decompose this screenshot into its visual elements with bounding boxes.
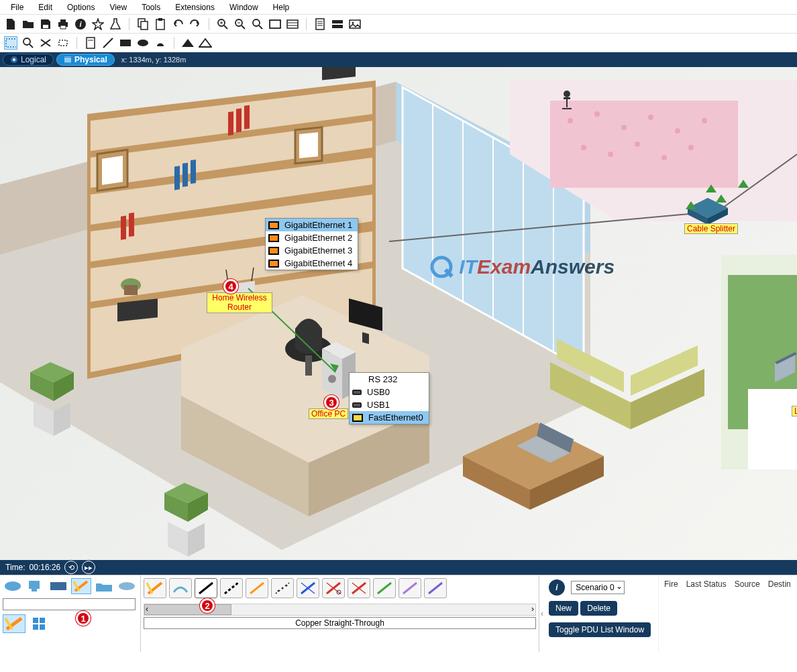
cable-splitter-label[interactable]: Cable Splitter [684, 223, 738, 234]
info-icon[interactable]: i [74, 17, 87, 31]
port-gigabitethernet-2[interactable]: GigabitEthernet 2 [266, 231, 358, 244]
menu-file[interactable]: File [4, 1, 30, 13]
port-fastethernet0[interactable]: FastEthernet0 [350, 411, 429, 424]
cable-copper-straight-icon[interactable] [195, 578, 217, 598]
menu-help[interactable]: Help [266, 1, 297, 13]
menu-tools[interactable]: Tools [135, 1, 167, 13]
draw-table-icon[interactable] [286, 17, 299, 31]
menu-window[interactable]: Window [223, 1, 265, 13]
zoom-out-icon[interactable] [233, 17, 247, 31]
menu-view[interactable]: View [103, 1, 134, 13]
cable-octal-icon[interactable] [373, 578, 396, 598]
physical-view-tab[interactable]: Physical [56, 54, 115, 66]
inspect-tool-icon[interactable] [21, 36, 35, 50]
pdu-col-last-status[interactable]: Last Status [682, 578, 731, 590]
toggle-pdu-list-button[interactable]: Toggle PDU List Window [549, 622, 651, 637]
zoom-reset-icon[interactable] [251, 17, 264, 31]
scrollbar-thumb[interactable] [144, 604, 231, 615]
device-search-input[interactable] [3, 598, 136, 610]
structured-cabling-icon[interactable] [30, 614, 48, 633]
connections-subcategory-icon[interactable] [3, 614, 25, 633]
cable-console-icon[interactable] [169, 578, 192, 598]
line-tool-icon[interactable] [101, 36, 115, 50]
end-devices-category-icon[interactable] [25, 578, 46, 594]
room-illustration [0, 67, 797, 560]
activity-wizard-icon[interactable] [91, 17, 105, 31]
svg-rect-94 [102, 156, 123, 184]
notepad-icon[interactable] [313, 17, 327, 31]
zoom-in-icon[interactable] [216, 17, 229, 31]
svg-rect-87 [191, 160, 196, 184]
svg-line-164 [429, 583, 442, 594]
scroll-right-icon[interactable]: › [531, 604, 534, 614]
cable-copper-cross-icon[interactable] [220, 578, 243, 598]
cable-phone-icon[interactable] [271, 578, 294, 598]
select-tool-icon[interactable] [4, 36, 17, 50]
scenario-select[interactable]: Scenario 0 [571, 581, 624, 594]
cable-serial-dte-icon[interactable] [348, 578, 370, 598]
office-pc-label[interactable]: Office PC [309, 408, 348, 419]
physical-workspace[interactable]: Home Wireless Router Office PC Cable Spl… [0, 67, 797, 560]
pdu-col-destination[interactable]: Destin [764, 578, 795, 590]
home-wireless-router-label[interactable]: Home Wireless Router [207, 292, 272, 313]
collapse-handle-icon[interactable]: ‹ [539, 609, 545, 618]
scroll-left-icon[interactable]: ‹ [146, 604, 148, 614]
pdu-col-source[interactable]: Source [731, 578, 764, 590]
draw-rect-icon[interactable] [268, 17, 282, 31]
cable-iot-icon[interactable] [398, 578, 421, 598]
miscellaneous-category-icon[interactable] [94, 578, 114, 594]
laptop-label[interactable]: L [792, 406, 797, 416]
svg-rect-38 [120, 40, 131, 46]
complex-pdu-icon[interactable] [199, 36, 212, 50]
cable-auto-icon[interactable] [144, 578, 166, 598]
new-file-icon[interactable] [4, 17, 17, 31]
copy-icon[interactable] [136, 17, 150, 31]
logical-view-tab[interactable]: Logical [3, 54, 54, 66]
redo-icon[interactable] [189, 17, 202, 31]
cable-fiber-icon[interactable] [246, 578, 268, 598]
menu-options[interactable]: Options [60, 1, 101, 13]
network-devices-category-icon[interactable] [3, 578, 23, 594]
port-gigabitethernet-3[interactable]: GigabitEthernet 3 [266, 244, 358, 257]
multiuser-category-icon[interactable] [117, 578, 137, 594]
port-usb1[interactable]: USB1 [350, 398, 429, 411]
scenario-info-icon[interactable]: i [549, 579, 565, 596]
svg-point-59 [648, 115, 653, 120]
server-icon[interactable] [331, 17, 344, 31]
connections-category-icon[interactable] [71, 578, 91, 594]
svg-rect-83 [121, 216, 126, 240]
svg-point-17 [253, 19, 260, 26]
menu-extensions[interactable]: Extensions [168, 1, 221, 13]
note-tool-icon[interactable] [84, 36, 97, 50]
port-label: USB0 [367, 387, 390, 397]
rect-tool-icon[interactable] [119, 36, 132, 50]
port-gigabitethernet-1[interactable]: GigabitEthernet 1 [266, 219, 358, 231]
menu-edit[interactable]: Edit [32, 1, 59, 13]
power-cycle-button[interactable]: ⟲ [64, 561, 78, 574]
open-folder-icon[interactable] [21, 17, 35, 31]
freeform-tool-icon[interactable] [154, 36, 167, 50]
components-category-icon[interactable] [48, 578, 68, 594]
save-icon[interactable] [39, 17, 52, 31]
port-gigabitethernet-4[interactable]: GigabitEthernet 4 [266, 257, 358, 270]
cable-usb-icon[interactable] [424, 578, 447, 598]
port-label: USB1 [367, 400, 390, 410]
port-rs232[interactable]: RS 232 [350, 373, 429, 386]
pdu-col-fire[interactable]: Fire [660, 578, 682, 590]
ellipse-tool-icon[interactable] [136, 36, 150, 50]
flask-icon[interactable] [109, 17, 122, 31]
cable-serial-dce-icon[interactable] [322, 578, 345, 598]
new-scenario-button[interactable]: New [549, 601, 578, 616]
resize-tool-icon[interactable] [56, 36, 70, 50]
delete-scenario-button[interactable]: Delete [580, 601, 617, 616]
simple-pdu-icon[interactable] [181, 36, 195, 50]
fast-forward-button[interactable]: ▸▸ [82, 561, 95, 574]
image-icon[interactable] [348, 17, 362, 31]
print-icon[interactable] [56, 17, 70, 31]
paste-icon[interactable] [154, 17, 167, 31]
svg-rect-34 [59, 40, 67, 46]
delete-tool-icon[interactable] [39, 36, 52, 50]
cable-coaxial-icon[interactable] [297, 578, 319, 598]
undo-icon[interactable] [171, 17, 184, 31]
port-usb0[interactable]: USB0 [350, 386, 429, 398]
